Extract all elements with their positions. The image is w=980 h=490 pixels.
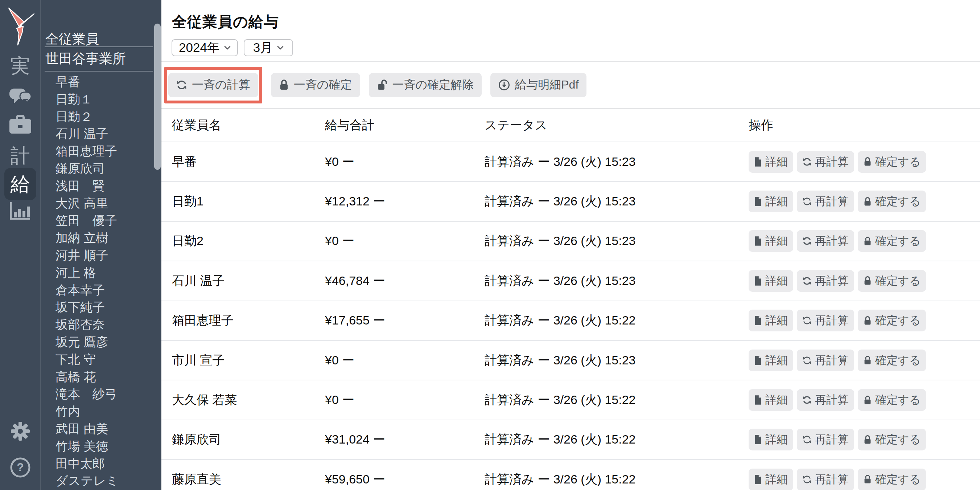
unlock-icon bbox=[377, 79, 388, 91]
sidebar-employee-label: 鎌原欣司 bbox=[56, 161, 105, 175]
employee-name-cell: 箱田恵理子 bbox=[172, 312, 325, 329]
sidebar-group-office: 世田谷事業所 bbox=[45, 51, 153, 72]
file-icon bbox=[754, 434, 762, 445]
employee-name-cell: 大久保 若菜 bbox=[172, 392, 325, 408]
refresh-icon bbox=[802, 475, 812, 484]
rail-item-help[interactable]: ? bbox=[0, 457, 40, 478]
bulk-calculate-button[interactable]: 一斉の計算 bbox=[168, 73, 258, 97]
sidebar-group-all-employees-label[interactable]: 全従業員 bbox=[45, 32, 153, 46]
sidebar-employee-label: 浅田 賢 bbox=[56, 179, 105, 193]
confirm-button-label: 確定する bbox=[875, 154, 921, 169]
help-icon: ? bbox=[10, 457, 31, 478]
refresh-icon bbox=[802, 435, 812, 444]
detail-button-label: 詳細 bbox=[765, 313, 788, 328]
sidebar-scrollbar[interactable] bbox=[154, 24, 161, 170]
sidebar-group-office-label[interactable]: 世田谷事業所 bbox=[45, 51, 153, 66]
bulk-unconfirm-button[interactable]: 一斉の確定解除 bbox=[369, 73, 482, 97]
sidebar-employee-item[interactable]: 坂元 鷹彦 bbox=[41, 334, 161, 351]
confirm-button[interactable]: 確定する bbox=[858, 429, 926, 450]
recalculate-button[interactable]: 再計算 bbox=[797, 230, 854, 252]
confirm-button[interactable]: 確定する bbox=[858, 270, 926, 292]
sidebar-employee-label: 坂下純子 bbox=[56, 300, 105, 314]
table-row: 鎌原欣司 ¥31,024 ー 計算済み ー 3/26 (火) 15:22 詳細 bbox=[161, 420, 980, 460]
payslip-pdf-button[interactable]: 給与明細Pdf bbox=[490, 73, 587, 97]
detail-button[interactable]: 詳細 bbox=[749, 190, 793, 212]
rail-item-kyu-active[interactable]: 給 bbox=[4, 168, 36, 200]
sidebar-employee-item[interactable]: 早番 bbox=[41, 73, 161, 91]
rail-item-settings[interactable] bbox=[0, 421, 40, 442]
salary-total-cell: ¥0 ー bbox=[325, 392, 485, 408]
rail-item-stats[interactable] bbox=[0, 201, 40, 221]
bulk-confirm-button[interactable]: 一斉の確定 bbox=[271, 73, 360, 97]
sidebar-employee-item[interactable]: 竹場 美徳 bbox=[41, 438, 161, 455]
recalculate-button[interactable]: 再計算 bbox=[797, 469, 854, 490]
sidebar-employee-item[interactable]: 加納 立樹 bbox=[41, 230, 161, 247]
detail-button-label: 詳細 bbox=[765, 353, 788, 368]
confirm-button[interactable]: 確定する bbox=[858, 230, 926, 252]
table-body: 早番 ¥0 ー 計算済み ー 3/26 (火) 15:23 詳細 bbox=[161, 142, 980, 490]
recalculate-button[interactable]: 再計算 bbox=[797, 190, 854, 212]
confirm-button[interactable]: 確定する bbox=[858, 310, 926, 331]
confirm-button[interactable]: 確定する bbox=[858, 151, 926, 173]
recalculate-button[interactable]: 再計算 bbox=[797, 429, 854, 450]
sidebar-employee-item[interactable]: 坂下純子 bbox=[41, 299, 161, 316]
confirm-button-label: 確定する bbox=[875, 313, 921, 328]
sidebar-employee-item[interactable]: 坂部杏奈 bbox=[41, 316, 161, 334]
detail-button[interactable]: 詳細 bbox=[749, 310, 793, 331]
sidebar-employee-item[interactable]: 鎌原欣司 bbox=[41, 160, 161, 177]
sidebar-employee-label: 坂部杏奈 bbox=[56, 318, 105, 331]
rail-item-work[interactable] bbox=[0, 115, 40, 134]
recalculate-button[interactable]: 再計算 bbox=[797, 270, 854, 292]
rail-item-kei[interactable]: 計 bbox=[0, 145, 40, 165]
detail-button[interactable]: 詳細 bbox=[749, 270, 793, 292]
sidebar-employee-item[interactable]: 日勤１ bbox=[41, 91, 161, 108]
detail-button-label: 詳細 bbox=[765, 233, 788, 249]
bird-logo-icon bbox=[6, 7, 35, 46]
sidebar-employee-item[interactable]: 浅田 賢 bbox=[41, 177, 161, 195]
detail-button[interactable]: 詳細 bbox=[749, 469, 793, 490]
recalculate-button[interactable]: 再計算 bbox=[797, 151, 854, 173]
sidebar-employee-item[interactable]: 竹内 bbox=[41, 403, 161, 420]
year-select[interactable]: 2024年 bbox=[172, 39, 238, 56]
lock-icon bbox=[863, 435, 872, 445]
sidebar-employee-item[interactable]: 石川 温子 bbox=[41, 125, 161, 143]
confirm-button[interactable]: 確定する bbox=[858, 469, 926, 490]
sidebar-divider bbox=[45, 46, 153, 47]
recalculate-button[interactable]: 再計算 bbox=[797, 350, 854, 371]
sidebar-employee-item[interactable]: 河井 順子 bbox=[41, 247, 161, 264]
salary-total-cell: ¥59,650 ー bbox=[325, 471, 485, 488]
sidebar-employee-item[interactable]: 滝本 紗弓 bbox=[41, 385, 161, 403]
confirm-button[interactable]: 確定する bbox=[858, 389, 926, 411]
file-icon bbox=[754, 474, 762, 485]
detail-button[interactable]: 詳細 bbox=[749, 151, 793, 173]
status-cell: 計算済み ー 3/26 (火) 15:23 bbox=[485, 273, 749, 289]
detail-button[interactable]: 詳細 bbox=[749, 350, 793, 371]
sidebar-employee-item[interactable]: 日勤２ bbox=[41, 108, 161, 126]
rail-item-jitsu[interactable]: 実 bbox=[0, 56, 40, 75]
month-select[interactable]: 3月 bbox=[244, 39, 293, 56]
rail-item-messages[interactable] bbox=[0, 88, 40, 105]
sidebar-employee-item[interactable]: 田中太郎 bbox=[41, 455, 161, 472]
sidebar-employee-item[interactable]: 笠田 優子 bbox=[41, 212, 161, 230]
detail-button[interactable]: 詳細 bbox=[749, 429, 793, 450]
sidebar-employee-item[interactable]: ダステレミ bbox=[41, 472, 161, 490]
recalculate-button[interactable]: 再計算 bbox=[797, 310, 854, 331]
salary-total-cell: ¥0 ー bbox=[325, 153, 485, 170]
status-cell: 計算済み ー 3/26 (火) 15:23 bbox=[485, 193, 749, 210]
sidebar-employee-item[interactable]: 武田 由美 bbox=[41, 420, 161, 438]
row-actions: 詳細 再計算 bbox=[749, 230, 980, 252]
sidebar-employee-item[interactable]: 下北 守 bbox=[41, 351, 161, 369]
sidebar-employee-item[interactable]: 河上 格 bbox=[41, 264, 161, 282]
detail-button[interactable]: 詳細 bbox=[749, 389, 793, 411]
confirm-button[interactable]: 確定する bbox=[858, 350, 926, 371]
status-cell: 計算済み ー 3/26 (火) 15:22 bbox=[485, 471, 749, 488]
sidebar-employee-label: 滝本 紗弓 bbox=[56, 387, 117, 401]
sidebar-employee-item[interactable]: 大沢 高里 bbox=[41, 195, 161, 212]
app-logo[interactable] bbox=[6, 7, 35, 46]
sidebar-employee-item[interactable]: 箱田恵理子 bbox=[41, 143, 161, 160]
sidebar-employee-item[interactable]: 高橋 花 bbox=[41, 369, 161, 386]
recalculate-button[interactable]: 再計算 bbox=[797, 389, 854, 411]
confirm-button[interactable]: 確定する bbox=[858, 190, 926, 212]
sidebar-employee-item[interactable]: 倉本幸子 bbox=[41, 282, 161, 299]
detail-button[interactable]: 詳細 bbox=[749, 230, 793, 252]
